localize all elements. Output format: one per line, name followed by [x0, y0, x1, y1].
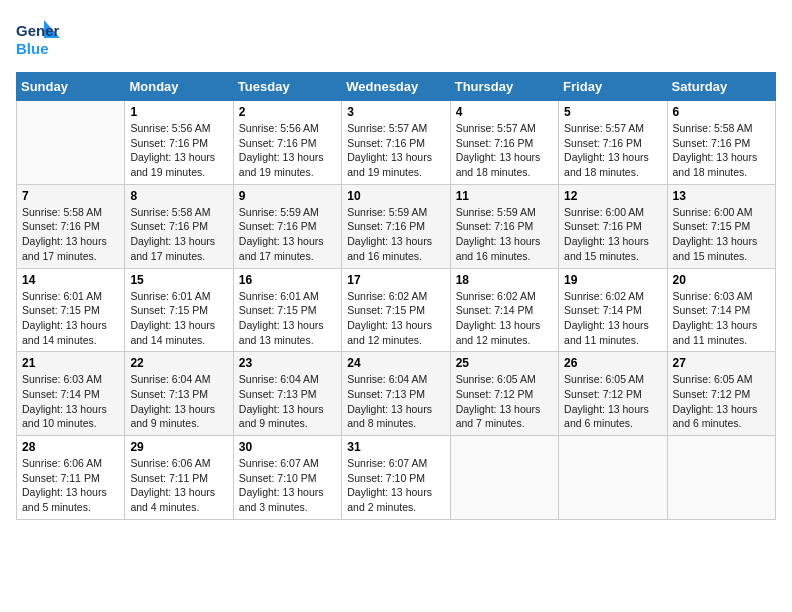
day-number: 9 [239, 189, 336, 203]
calendar-cell: 7Sunrise: 5:58 AM Sunset: 7:16 PM Daylig… [17, 184, 125, 268]
day-number: 25 [456, 356, 553, 370]
calendar-cell [17, 101, 125, 185]
day-info: Sunrise: 6:03 AM Sunset: 7:14 PM Dayligh… [673, 289, 770, 348]
day-info: Sunrise: 5:57 AM Sunset: 7:16 PM Dayligh… [456, 121, 553, 180]
day-number: 26 [564, 356, 661, 370]
day-number: 17 [347, 273, 444, 287]
weekday-header-tuesday: Tuesday [233, 73, 341, 101]
calendar-cell: 14Sunrise: 6:01 AM Sunset: 7:15 PM Dayli… [17, 268, 125, 352]
weekday-header-wednesday: Wednesday [342, 73, 450, 101]
calendar-week-row: 1Sunrise: 5:56 AM Sunset: 7:16 PM Daylig… [17, 101, 776, 185]
calendar-cell: 22Sunrise: 6:04 AM Sunset: 7:13 PM Dayli… [125, 352, 233, 436]
day-number: 4 [456, 105, 553, 119]
calendar-week-row: 21Sunrise: 6:03 AM Sunset: 7:14 PM Dayli… [17, 352, 776, 436]
day-info: Sunrise: 6:04 AM Sunset: 7:13 PM Dayligh… [130, 372, 227, 431]
calendar-cell: 16Sunrise: 6:01 AM Sunset: 7:15 PM Dayli… [233, 268, 341, 352]
day-number: 14 [22, 273, 119, 287]
calendar-cell: 19Sunrise: 6:02 AM Sunset: 7:14 PM Dayli… [559, 268, 667, 352]
day-number: 21 [22, 356, 119, 370]
calendar-cell [450, 436, 558, 520]
calendar-week-row: 28Sunrise: 6:06 AM Sunset: 7:11 PM Dayli… [17, 436, 776, 520]
day-info: Sunrise: 6:03 AM Sunset: 7:14 PM Dayligh… [22, 372, 119, 431]
calendar-cell: 1Sunrise: 5:56 AM Sunset: 7:16 PM Daylig… [125, 101, 233, 185]
calendar-cell: 24Sunrise: 6:04 AM Sunset: 7:13 PM Dayli… [342, 352, 450, 436]
day-number: 13 [673, 189, 770, 203]
calendar-cell: 21Sunrise: 6:03 AM Sunset: 7:14 PM Dayli… [17, 352, 125, 436]
day-info: Sunrise: 6:01 AM Sunset: 7:15 PM Dayligh… [130, 289, 227, 348]
day-number: 11 [456, 189, 553, 203]
weekday-header-row: SundayMondayTuesdayWednesdayThursdayFrid… [17, 73, 776, 101]
calendar-cell: 18Sunrise: 6:02 AM Sunset: 7:14 PM Dayli… [450, 268, 558, 352]
day-number: 8 [130, 189, 227, 203]
day-info: Sunrise: 6:04 AM Sunset: 7:13 PM Dayligh… [239, 372, 336, 431]
day-info: Sunrise: 5:58 AM Sunset: 7:16 PM Dayligh… [673, 121, 770, 180]
day-number: 27 [673, 356, 770, 370]
day-number: 3 [347, 105, 444, 119]
calendar-cell: 25Sunrise: 6:05 AM Sunset: 7:12 PM Dayli… [450, 352, 558, 436]
day-info: Sunrise: 6:02 AM Sunset: 7:14 PM Dayligh… [456, 289, 553, 348]
day-number: 18 [456, 273, 553, 287]
calendar-cell: 27Sunrise: 6:05 AM Sunset: 7:12 PM Dayli… [667, 352, 775, 436]
calendar-cell: 29Sunrise: 6:06 AM Sunset: 7:11 PM Dayli… [125, 436, 233, 520]
day-info: Sunrise: 5:58 AM Sunset: 7:16 PM Dayligh… [22, 205, 119, 264]
calendar-cell: 15Sunrise: 6:01 AM Sunset: 7:15 PM Dayli… [125, 268, 233, 352]
calendar-cell: 10Sunrise: 5:59 AM Sunset: 7:16 PM Dayli… [342, 184, 450, 268]
day-number: 28 [22, 440, 119, 454]
day-info: Sunrise: 6:00 AM Sunset: 7:15 PM Dayligh… [673, 205, 770, 264]
day-info: Sunrise: 5:57 AM Sunset: 7:16 PM Dayligh… [347, 121, 444, 180]
calendar-week-row: 7Sunrise: 5:58 AM Sunset: 7:16 PM Daylig… [17, 184, 776, 268]
day-info: Sunrise: 6:06 AM Sunset: 7:11 PM Dayligh… [22, 456, 119, 515]
day-info: Sunrise: 6:01 AM Sunset: 7:15 PM Dayligh… [239, 289, 336, 348]
day-number: 5 [564, 105, 661, 119]
day-info: Sunrise: 5:59 AM Sunset: 7:16 PM Dayligh… [456, 205, 553, 264]
calendar-cell [559, 436, 667, 520]
day-number: 6 [673, 105, 770, 119]
calendar-cell: 5Sunrise: 5:57 AM Sunset: 7:16 PM Daylig… [559, 101, 667, 185]
day-number: 30 [239, 440, 336, 454]
day-info: Sunrise: 5:58 AM Sunset: 7:16 PM Dayligh… [130, 205, 227, 264]
day-info: Sunrise: 6:05 AM Sunset: 7:12 PM Dayligh… [673, 372, 770, 431]
day-info: Sunrise: 6:05 AM Sunset: 7:12 PM Dayligh… [564, 372, 661, 431]
calendar-cell: 13Sunrise: 6:00 AM Sunset: 7:15 PM Dayli… [667, 184, 775, 268]
day-info: Sunrise: 6:01 AM Sunset: 7:15 PM Dayligh… [22, 289, 119, 348]
calendar-table: SundayMondayTuesdayWednesdayThursdayFrid… [16, 72, 776, 520]
calendar-cell: 30Sunrise: 6:07 AM Sunset: 7:10 PM Dayli… [233, 436, 341, 520]
day-number: 7 [22, 189, 119, 203]
calendar-cell: 8Sunrise: 5:58 AM Sunset: 7:16 PM Daylig… [125, 184, 233, 268]
day-info: Sunrise: 5:59 AM Sunset: 7:16 PM Dayligh… [239, 205, 336, 264]
day-number: 10 [347, 189, 444, 203]
weekday-header-saturday: Saturday [667, 73, 775, 101]
day-info: Sunrise: 6:04 AM Sunset: 7:13 PM Dayligh… [347, 372, 444, 431]
day-number: 19 [564, 273, 661, 287]
calendar-cell: 12Sunrise: 6:00 AM Sunset: 7:16 PM Dayli… [559, 184, 667, 268]
day-info: Sunrise: 5:56 AM Sunset: 7:16 PM Dayligh… [239, 121, 336, 180]
day-info: Sunrise: 6:02 AM Sunset: 7:15 PM Dayligh… [347, 289, 444, 348]
svg-text:Blue: Blue [16, 40, 49, 57]
day-number: 2 [239, 105, 336, 119]
day-info: Sunrise: 6:07 AM Sunset: 7:10 PM Dayligh… [347, 456, 444, 515]
calendar-cell: 4Sunrise: 5:57 AM Sunset: 7:16 PM Daylig… [450, 101, 558, 185]
weekday-header-friday: Friday [559, 73, 667, 101]
weekday-header-monday: Monday [125, 73, 233, 101]
day-info: Sunrise: 6:05 AM Sunset: 7:12 PM Dayligh… [456, 372, 553, 431]
calendar-cell: 2Sunrise: 5:56 AM Sunset: 7:16 PM Daylig… [233, 101, 341, 185]
calendar-cell: 11Sunrise: 5:59 AM Sunset: 7:16 PM Dayli… [450, 184, 558, 268]
day-number: 24 [347, 356, 444, 370]
day-number: 29 [130, 440, 227, 454]
calendar-cell: 17Sunrise: 6:02 AM Sunset: 7:15 PM Dayli… [342, 268, 450, 352]
calendar-cell: 23Sunrise: 6:04 AM Sunset: 7:13 PM Dayli… [233, 352, 341, 436]
logo: GeneralBlue [16, 16, 60, 60]
calendar-week-row: 14Sunrise: 6:01 AM Sunset: 7:15 PM Dayli… [17, 268, 776, 352]
calendar-cell: 31Sunrise: 6:07 AM Sunset: 7:10 PM Dayli… [342, 436, 450, 520]
day-info: Sunrise: 5:57 AM Sunset: 7:16 PM Dayligh… [564, 121, 661, 180]
weekday-header-thursday: Thursday [450, 73, 558, 101]
calendar-cell: 3Sunrise: 5:57 AM Sunset: 7:16 PM Daylig… [342, 101, 450, 185]
day-number: 20 [673, 273, 770, 287]
calendar-cell: 6Sunrise: 5:58 AM Sunset: 7:16 PM Daylig… [667, 101, 775, 185]
day-number: 31 [347, 440, 444, 454]
day-info: Sunrise: 5:59 AM Sunset: 7:16 PM Dayligh… [347, 205, 444, 264]
calendar-cell: 9Sunrise: 5:59 AM Sunset: 7:16 PM Daylig… [233, 184, 341, 268]
day-info: Sunrise: 6:00 AM Sunset: 7:16 PM Dayligh… [564, 205, 661, 264]
day-info: Sunrise: 5:56 AM Sunset: 7:16 PM Dayligh… [130, 121, 227, 180]
day-number: 15 [130, 273, 227, 287]
